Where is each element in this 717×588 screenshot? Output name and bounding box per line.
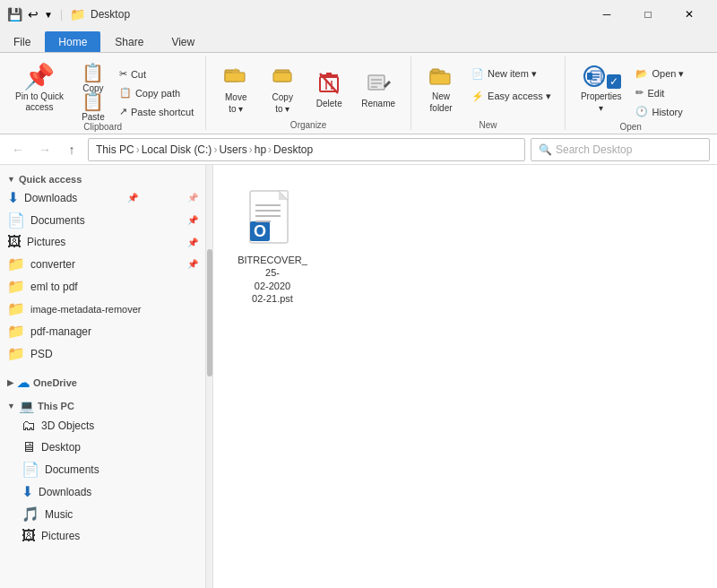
file-area[interactable]: O BITRECOVER_25-02-202002-21.pst [213,165,717,588]
eml-to-pdf-icon: 📁 [7,278,25,295]
path-sep-2: › [213,143,217,156]
tab-file[interactable]: File [0,31,44,52]
title-separator: | [60,8,63,21]
quick-access-undo-icon[interactable]: ↩ [28,7,39,22]
delete-icon [316,70,341,99]
psd-label: PSD [30,348,53,360]
path-desktop[interactable]: Desktop [273,143,313,156]
move-to-button[interactable]: Moveto ▾ [213,60,258,117]
minimize-button[interactable]: ─ [586,0,627,29]
sidebar-item-music[interactable]: 🎵 Music [0,503,205,525]
move-to-label: Moveto ▾ [225,91,246,115]
search-placeholder: Search Desktop [556,143,632,156]
sidebar-item-image-metadata[interactable]: 📁 image-metadata-remover [0,298,205,320]
copy-path-button[interactable]: 📋 Copy path [115,84,198,101]
sidebar-item-3d-objects[interactable]: 🗂 3D Objects [0,415,205,437]
easy-access-button[interactable]: ⚡ Easy access ▾ [465,86,557,107]
onedrive-cloud-icon: ☁ [17,376,30,390]
image-metadata-label: image-metadata-remover [30,304,142,315]
desktop-icon: 🖥 [22,439,36,455]
sidebar-item-downloads-quick[interactable]: ⬇ Downloads 📌 [0,186,205,209]
back-button[interactable]: ← [7,139,29,160]
quick-access-dropdown-icon[interactable]: ▼ [44,10,53,20]
rename-button[interactable]: Rename [353,60,403,117]
ribbon: 📌 Pin to Quickaccess 📋 Copy 📋 Paste ✂ Cu… [0,52,717,134]
pst-file-name: BITRECOVER_25-02-202002-21.pst [236,254,309,305]
close-button[interactable]: ✕ [669,0,710,29]
svg-marker-2 [232,68,239,74]
path-this-pc[interactable]: This PC [96,143,134,156]
copy-button[interactable]: 📋 Copy [73,64,113,91]
tab-share[interactable]: Share [101,31,157,52]
open-button[interactable]: 📂 Open ▾ [631,65,688,82]
psd-icon: 📁 [7,345,25,362]
this-pc-label: This PC [38,401,74,411]
sidebar-item-pictures-quick[interactable]: 🖼 Pictures 📌 [0,231,205,253]
clipboard-label: Clipboard [83,120,122,132]
properties-label: Properties▾ [581,91,622,114]
title-controls: ─ □ ✕ [586,0,710,29]
sidebar-item-converter[interactable]: 📁 converter 📌 [0,253,205,275]
downloads-quick-label: Downloads [24,192,77,204]
onedrive-header[interactable]: ▶ ☁ OneDrive [0,370,205,392]
file-item-pst[interactable]: O BITRECOVER_25-02-202002-21.pst [228,179,317,313]
ribbon-group-open: Properties▾ 📂 Open ▾ ✏ Edit 🕐 History Op… [566,56,696,130]
sidebar-scrollbar[interactable] [206,165,213,588]
paste-shortcut-button[interactable]: ↗ Paste shortcut [115,103,198,120]
sidebar-item-pictures-pc[interactable]: 🖼 Pictures [0,525,205,547]
sidebar-item-pdf-manager[interactable]: 📁 pdf-manager [0,320,205,342]
copy-to-button[interactable]: Copyto ▾ [260,60,305,117]
rename-label: Rename [361,99,395,108]
address-path[interactable]: This PC › Local Disk (C:) › Users › hp ›… [88,138,525,161]
sidebar-item-psd[interactable]: 📁 PSD [0,342,205,365]
sidebar-item-eml-to-pdf[interactable]: 📁 eml to pdf [0,275,205,298]
pin-indicator: 📌 [127,193,138,203]
path-local-disk[interactable]: Local Disk (C:) [142,143,212,156]
sidebar-item-desktop[interactable]: 🖥 Desktop [0,437,205,458]
sidebar-item-downloads-pc[interactable]: ⬇ Downloads [0,480,205,503]
sidebar: ▼ Quick access ⬇ Downloads 📌 📄 Documents… [0,165,206,588]
downloads-pc-icon: ⬇ [22,483,33,500]
this-pc-icon: 💻 [19,399,34,413]
svg-rect-1 [225,73,245,82]
path-sep-4: › [268,143,272,156]
this-pc-header[interactable]: ▼ 💻 This PC [0,393,205,415]
search-box[interactable]: 🔍 Search Desktop [531,138,710,161]
history-button[interactable]: 🕐 History [631,103,688,120]
up-button[interactable]: ↑ [61,139,82,160]
history-label: History [652,107,682,117]
title-bar: 💾 ↩ ▼ | 📁 Desktop ─ □ ✕ [0,0,717,29]
cut-button[interactable]: ✂ Cut [115,65,198,82]
maximize-button[interactable]: □ [627,0,669,29]
pictures-quick-icon: 🖼 [7,234,22,250]
scrollbar-thumb[interactable] [207,249,212,376]
3d-objects-icon: 🗂 [22,418,36,434]
music-icon: 🎵 [22,506,39,523]
history-icon: 🕐 [635,106,648,117]
svg-rect-18 [432,69,439,73]
quick-access-save-icon[interactable]: 💾 [7,7,22,22]
new-item-button[interactable]: 📄 New item ▾ [465,64,557,84]
tab-view[interactable]: View [158,31,208,52]
edit-button[interactable]: ✏ Edit [631,84,688,101]
rename-icon [366,70,391,99]
delete-button[interactable]: Delete [307,60,351,117]
forward-button[interactable]: → [34,139,56,160]
new-buttons: Newfolder 📄 New item ▾ ⚡ Easy access ▾ [419,56,557,118]
pin-to-quick-access-button[interactable]: 📌 Pin to Quickaccess [7,60,72,117]
ribbon-group-organize: Moveto ▾ Copyto ▾ [206,56,411,130]
sidebar-item-documents-quick[interactable]: 📄 Documents 📌 [0,209,205,231]
paste-button[interactable]: 📋 Paste [73,92,113,119]
paste-shortcut-label: Paste shortcut [131,107,194,117]
copy-to-label: Copyto ▾ [272,91,293,115]
quick-access-chevron: ▼ [7,175,15,184]
quick-access-header[interactable]: ▼ Quick access [0,169,205,186]
sidebar-item-documents-pc[interactable]: 📄 Documents [0,458,205,480]
path-users[interactable]: Users [219,143,246,156]
properties-button[interactable]: Properties▾ [573,60,630,117]
path-hp[interactable]: hp [255,143,266,156]
title-bar-icons: 💾 ↩ ▼ | 📁 Desktop [7,7,130,22]
folder-icon: 📁 [70,7,85,22]
new-folder-button[interactable]: Newfolder [419,60,463,117]
tab-home[interactable]: Home [45,31,100,52]
